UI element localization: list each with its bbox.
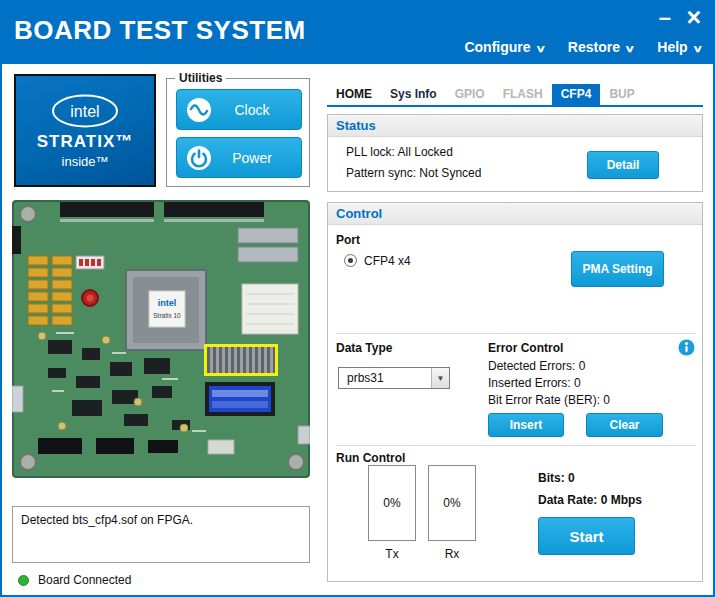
menubar: Configure ∨ Restore ∨ Help ∨: [464, 39, 701, 55]
menu-configure-label: Configure: [464, 39, 530, 55]
divider: [336, 333, 696, 334]
minimize-button[interactable]: –: [659, 7, 671, 29]
rx-label: Rx: [428, 547, 476, 561]
detected-errors-value: Detected Errors: 0: [488, 359, 585, 373]
menu-restore-label: Restore: [568, 39, 620, 55]
control-panel: Control Port CFP4 x4 PMA Setting Data Ty…: [327, 202, 703, 582]
utilities-groupbox: Utilities Clock Power: [166, 78, 310, 187]
board-connection-status: Board Connected: [18, 573, 131, 587]
tab-gpio[interactable]: GPIO: [446, 84, 494, 105]
connected-status-label: Board Connected: [38, 573, 131, 587]
badge-inside-label: inside™: [62, 154, 109, 169]
cfp4-x4-radio-label[interactable]: CFP4 x4: [364, 254, 411, 268]
intel-stratix-badge: intel STRATIX™ inside™: [14, 74, 156, 187]
pma-setting-button[interactable]: PMA Setting: [571, 251, 664, 287]
titlebar: BOARD TEST SYSTEM – × Configure ∨ Restor…: [2, 2, 713, 64]
cfp4-x4-radio[interactable]: [344, 254, 357, 267]
tab-bar: HOME Sys Info GPIO FLASH CFP4 BUP: [327, 86, 703, 107]
bit-error-rate-value: Bit Error Rate (BER): 0: [488, 393, 610, 407]
data-type-label: Data Type: [336, 341, 392, 355]
chevron-down-icon: ∨: [535, 43, 546, 54]
detail-button[interactable]: Detail: [587, 151, 659, 179]
error-control-label: Error Control: [488, 341, 563, 355]
rx-progress-box: 0%: [428, 465, 476, 541]
insert-button[interactable]: Insert: [488, 413, 564, 437]
close-button[interactable]: ×: [686, 5, 701, 30]
badge-product-label: STRATIX™: [37, 132, 133, 152]
connected-status-dot: [18, 575, 29, 586]
utilities-title: Utilities: [175, 71, 226, 85]
chip-model-label: Stratix 10: [153, 312, 181, 319]
menu-help[interactable]: Help ∨: [657, 39, 701, 55]
power-button-label: Power: [212, 150, 292, 166]
tab-cfp4[interactable]: CFP4: [552, 84, 601, 105]
chevron-down-icon: ∨: [692, 43, 703, 54]
port-label: Port: [336, 233, 360, 247]
menu-restore[interactable]: Restore ∨: [568, 39, 633, 55]
pll-lock-status: PLL lock: All Locked: [346, 145, 453, 159]
data-type-value: prbs31: [339, 371, 431, 385]
status-panel-title: Status: [328, 115, 702, 137]
tx-label: Tx: [368, 547, 416, 561]
board-test-system-window: BOARD TEST SYSTEM – × Configure ∨ Restor…: [0, 0, 715, 597]
menu-help-label: Help: [657, 39, 687, 55]
data-rate-value: Data Rate: 0 Mbps: [538, 493, 642, 507]
power-button[interactable]: Power: [176, 137, 302, 178]
divider: [336, 445, 696, 446]
chip-brand-label: intel: [158, 298, 177, 308]
power-icon: [186, 145, 212, 171]
inserted-errors-value: Inserted Errors: 0: [488, 376, 581, 390]
clock-button-label: Clock: [212, 102, 292, 118]
tx-progress-box: 0%: [368, 465, 416, 541]
tab-flash[interactable]: FLASH: [494, 84, 552, 105]
pattern-sync-status: Pattern sync: Not Synced: [346, 166, 481, 180]
app-title: BOARD TEST SYSTEM: [14, 15, 306, 46]
tab-sys-info[interactable]: Sys Info: [381, 84, 446, 105]
start-button[interactable]: Start: [538, 517, 635, 555]
intel-logo-icon: intel: [50, 93, 120, 129]
clear-button[interactable]: Clear: [586, 413, 663, 437]
clock-button[interactable]: Clock: [176, 89, 302, 130]
tab-home[interactable]: HOME: [327, 84, 381, 105]
data-type-dropdown[interactable]: prbs31 ▼: [338, 367, 450, 389]
lcd-display: [209, 386, 271, 412]
svg-text:intel: intel: [70, 103, 99, 120]
bits-value: Bits: 0: [538, 471, 575, 485]
control-panel-title: Control: [328, 203, 702, 225]
chevron-down-icon: ∨: [624, 43, 635, 54]
info-icon[interactable]: [678, 339, 695, 356]
menu-configure[interactable]: Configure ∨: [464, 39, 543, 55]
clock-wave-icon: [186, 97, 212, 123]
tab-bup[interactable]: BUP: [600, 84, 643, 105]
status-panel: Status PLL lock: All Locked Pattern sync…: [327, 114, 703, 192]
detected-message-box: Detected bts_cfp4.sof on FPGA.: [12, 506, 310, 563]
dropdown-arrow-icon: ▼: [431, 368, 449, 388]
run-control-label: Run Control: [336, 451, 405, 465]
fpga-board-photo: intel Stratix 10: [12, 200, 310, 478]
